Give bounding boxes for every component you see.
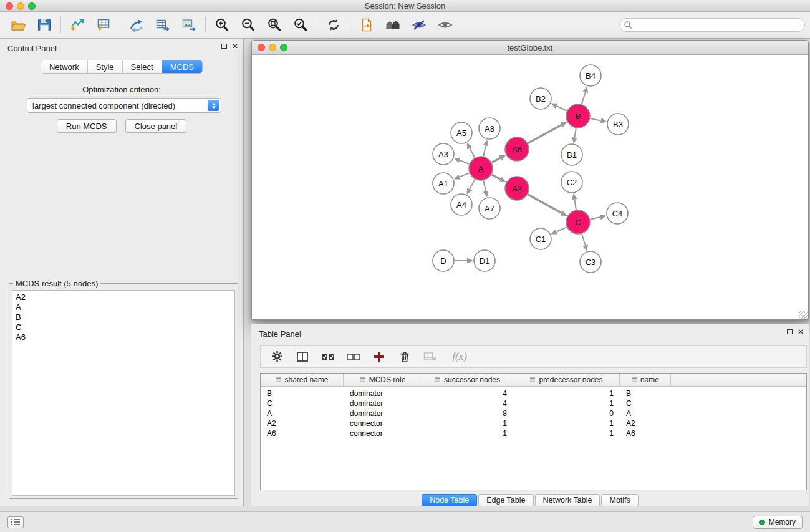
table-row[interactable]: Cdominator41C <box>261 399 806 409</box>
graph-edge-A-A1[interactable] <box>460 173 469 177</box>
mcds-result-item[interactable]: C <box>12 322 234 332</box>
export-document-button[interactable] <box>354 14 380 36</box>
graph-node-A4[interactable]: A4 <box>451 194 472 215</box>
memory-button[interactable]: Memory <box>753 516 803 529</box>
show-graphics-details-button[interactable] <box>432 14 458 36</box>
graph-edge-B-B1[interactable] <box>575 128 576 138</box>
graph-node-B2[interactable]: B2 <box>530 88 551 109</box>
graph-edge-C-C3[interactable] <box>582 234 586 245</box>
graph-node-A3[interactable]: A3 <box>433 143 454 165</box>
graph-edge-A-A7[interactable] <box>483 181 486 191</box>
window-resize-grip[interactable] <box>799 311 808 319</box>
function-builder-button[interactable]: f(x) <box>448 349 471 364</box>
tab-mcds[interactable]: MCDS <box>162 60 202 73</box>
graph-node-B3[interactable]: B3 <box>607 114 629 135</box>
status-menu-button[interactable] <box>7 516 24 528</box>
home-view-button[interactable] <box>380 14 406 36</box>
tab-network-table[interactable]: Network Table <box>535 494 600 506</box>
zoom-in-button[interactable] <box>209 14 235 36</box>
table-row[interactable]: Adominator80A <box>261 409 806 418</box>
tab-style[interactable]: Style <box>88 60 123 73</box>
tab-network[interactable]: Network <box>41 60 88 73</box>
column-header-shared-name[interactable]: shared name <box>261 374 344 386</box>
select-all-button[interactable] <box>321 349 335 364</box>
float-panel-icon[interactable] <box>221 44 227 49</box>
graph-node-A2[interactable]: A2 <box>505 177 529 200</box>
graph-edge-A-A3[interactable] <box>460 160 469 164</box>
graph-node-A7[interactable]: A7 <box>479 198 500 219</box>
minimize-window-button[interactable] <box>17 2 24 10</box>
delete-column-button[interactable] <box>397 349 412 364</box>
tab-node-table[interactable]: Node Table <box>422 494 477 506</box>
graph-node-D[interactable]: D <box>433 250 454 271</box>
graph-node-B[interactable]: B <box>566 104 590 128</box>
graph-node-A8[interactable]: A8 <box>479 118 500 139</box>
zoom-out-button[interactable] <box>235 14 261 36</box>
graph-node-C2[interactable]: C2 <box>561 172 582 193</box>
mcds-result-item[interactable]: A <box>12 302 234 312</box>
column-header-predecessor-nodes[interactable]: predecessor nodes <box>513 374 620 386</box>
open-session-button[interactable] <box>5 14 31 36</box>
zoom-selected-button[interactable] <box>287 14 314 36</box>
export-table-button[interactable] <box>150 14 176 36</box>
graph-node-C3[interactable]: C3 <box>580 251 601 273</box>
float-panel-icon[interactable] <box>787 329 793 334</box>
graph-node-A1[interactable]: A1 <box>433 173 454 194</box>
column-header-name[interactable]: name <box>620 374 671 386</box>
graph-edge-B-B3[interactable] <box>591 118 601 120</box>
graph-edge-A-A5[interactable] <box>470 148 475 158</box>
graph-edge-B-B4[interactable] <box>582 92 586 104</box>
graph-edge-A2-C[interactable] <box>528 195 562 213</box>
graph-edge-A-A6[interactable] <box>492 158 501 163</box>
graph-edge-A6-B[interactable] <box>528 125 562 143</box>
delete-table-button[interactable] <box>423 349 438 364</box>
graph-node-C[interactable]: C <box>566 210 590 234</box>
save-session-button[interactable] <box>31 14 57 36</box>
zoom-fit-button[interactable] <box>261 14 287 36</box>
graph-edge-B-B2[interactable] <box>556 106 567 111</box>
deselect-all-button[interactable] <box>346 349 361 364</box>
search-input[interactable] <box>619 18 805 32</box>
graph-node-B4[interactable]: B4 <box>580 65 601 86</box>
tab-select[interactable]: Select <box>123 60 162 73</box>
table-row[interactable]: A6connector11A6 <box>261 428 806 438</box>
mcds-result-item[interactable]: A6 <box>12 332 234 342</box>
graph-edge-C-C4[interactable] <box>591 217 600 220</box>
close-panel-icon[interactable] <box>232 43 238 49</box>
close-panel-icon[interactable] <box>798 329 804 335</box>
export-network-button[interactable] <box>123 14 150 36</box>
refresh-view-button[interactable] <box>321 14 347 36</box>
graph-edge-C-C2[interactable] <box>574 200 576 210</box>
graph-node-A[interactable]: A <box>469 157 493 180</box>
graph-node-B1[interactable]: B1 <box>561 144 582 165</box>
table-row[interactable]: Bdominator41B <box>261 389 806 399</box>
column-header-successor-nodes[interactable]: successor nodes <box>422 374 513 386</box>
import-network-from-file-button[interactable] <box>64 14 90 36</box>
graph-node-A6[interactable]: A6 <box>505 137 529 161</box>
birds-eye-view-button[interactable] <box>406 14 432 36</box>
column-header-mcds-role[interactable]: MCDS role <box>344 374 422 386</box>
import-table-from-file-button[interactable] <box>90 14 117 36</box>
close-window-button[interactable] <box>6 2 13 10</box>
network-close-button[interactable] <box>258 44 265 51</box>
optimization-criterion-dropdown[interactable]: largest connected component (directed) <box>27 98 221 113</box>
show-columns-button[interactable] <box>295 349 310 364</box>
graph-edge-A-A8[interactable] <box>483 145 486 156</box>
close-panel-button[interactable]: Close panel <box>125 119 187 133</box>
network-graph[interactable]: B4B2BB3A5A8A6B1A3AC2A1A2A4A7CC4C1C3DD1 <box>252 55 808 319</box>
graph-node-C4[interactable]: C4 <box>607 203 628 224</box>
zoom-window-button[interactable] <box>28 2 36 10</box>
table-settings-button[interactable] <box>269 349 284 364</box>
graph-edge-C-C1[interactable] <box>557 227 567 231</box>
table-row[interactable]: A2connector11A2 <box>261 418 806 428</box>
graph-edge-A-A4[interactable] <box>470 180 475 190</box>
export-image-button[interactable] <box>176 14 202 36</box>
tab-motifs[interactable]: Motifs <box>601 494 638 506</box>
network-canvas[interactable]: B4B2BB3A5A8A6B1A3AC2A1A2A4A7CC4C1C3DD1 <box>252 55 808 319</box>
network-minimize-button[interactable] <box>269 44 276 51</box>
graph-node-C1[interactable]: C1 <box>530 228 551 249</box>
network-window-titlebar[interactable]: testGlobe.txt <box>252 41 808 55</box>
run-mcds-button[interactable]: Run MCDS <box>57 119 117 133</box>
tab-edge-table[interactable]: Edge Table <box>478 494 533 506</box>
mcds-result-item[interactable]: B <box>12 312 234 322</box>
